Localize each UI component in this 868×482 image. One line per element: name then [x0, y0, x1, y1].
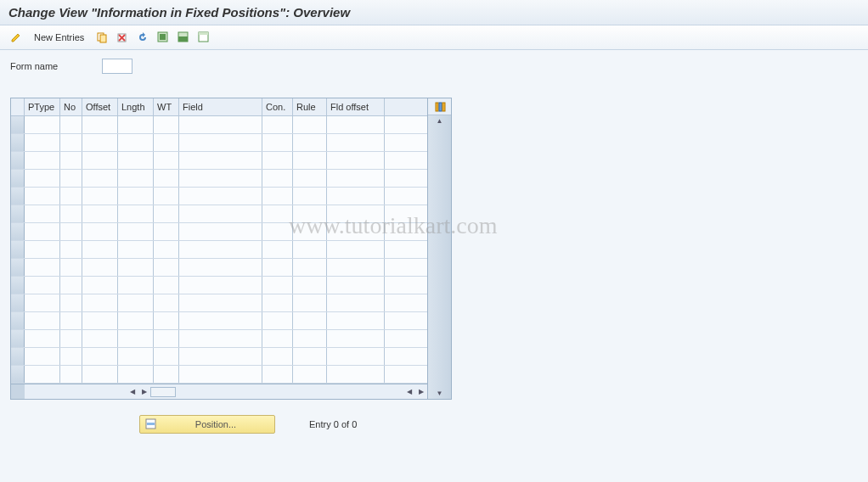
table-row[interactable] [11, 259, 427, 277]
row-selector[interactable] [11, 366, 25, 383]
cell[interactable] [25, 277, 60, 294]
col-field[interactable]: Field [179, 98, 262, 115]
cell[interactable] [60, 170, 82, 187]
row-selector[interactable] [11, 330, 25, 347]
col-wt[interactable]: WT [154, 98, 179, 115]
row-selector[interactable] [11, 223, 25, 240]
cell[interactable] [262, 205, 293, 222]
cell[interactable] [25, 116, 60, 133]
cell[interactable] [327, 348, 385, 365]
cell[interactable] [82, 205, 118, 222]
cell[interactable] [154, 188, 179, 205]
cell[interactable] [25, 259, 60, 276]
cell[interactable] [327, 170, 385, 187]
new-entries-button[interactable]: New Entries [29, 32, 89, 42]
cell[interactable] [60, 152, 82, 169]
cell[interactable] [293, 330, 327, 347]
cell[interactable] [293, 366, 327, 383]
cell[interactable] [154, 259, 179, 276]
cell[interactable] [25, 294, 60, 311]
cell[interactable] [179, 134, 262, 151]
cell[interactable] [118, 188, 154, 205]
cell[interactable] [179, 188, 262, 205]
cell[interactable] [262, 188, 293, 205]
cell[interactable] [25, 348, 60, 365]
cell[interactable] [154, 348, 179, 365]
cell[interactable] [154, 223, 179, 240]
cell[interactable] [179, 366, 262, 383]
cell[interactable] [60, 312, 82, 329]
cell[interactable] [25, 241, 60, 258]
cell[interactable] [82, 348, 118, 365]
vertical-scrollbar[interactable]: ▲ ▼ [428, 115, 451, 399]
cell[interactable] [154, 152, 179, 169]
cell[interactable] [60, 259, 82, 276]
scroll-left-end-icon[interactable]: ◀ [403, 388, 415, 395]
row-selector[interactable] [11, 259, 25, 276]
cell[interactable] [179, 312, 262, 329]
cell[interactable] [118, 312, 154, 329]
cell[interactable] [179, 277, 262, 294]
cell[interactable] [60, 188, 82, 205]
cell[interactable] [25, 366, 60, 383]
cell[interactable] [293, 259, 327, 276]
col-ptype[interactable]: PType [25, 98, 60, 115]
select-block-icon[interactable] [176, 30, 191, 45]
table-row[interactable] [11, 312, 427, 330]
cell[interactable] [262, 116, 293, 133]
cell[interactable] [25, 330, 60, 347]
cell[interactable] [60, 223, 82, 240]
row-selector[interactable] [11, 277, 25, 294]
cell[interactable] [154, 294, 179, 311]
col-length[interactable]: Lngth [118, 98, 154, 115]
col-offset[interactable]: Offset [82, 98, 118, 115]
cell[interactable] [327, 223, 385, 240]
table-row[interactable] [11, 205, 427, 223]
cell[interactable] [60, 294, 82, 311]
row-selector[interactable] [11, 294, 25, 311]
copy-icon[interactable] [94, 30, 110, 45]
row-selector[interactable] [11, 134, 25, 151]
cell[interactable] [60, 366, 82, 383]
scroll-down-icon[interactable]: ▼ [437, 390, 443, 397]
delete-icon[interactable] [115, 30, 130, 45]
table-row[interactable] [11, 170, 427, 188]
cell[interactable] [293, 205, 327, 222]
cell[interactable] [25, 134, 60, 151]
cell[interactable] [25, 312, 60, 329]
col-rule[interactable]: Rule [293, 98, 327, 115]
cell[interactable] [262, 330, 293, 347]
cell[interactable] [60, 116, 82, 133]
cell[interactable] [179, 294, 262, 311]
cell[interactable] [82, 277, 118, 294]
table-row[interactable] [11, 116, 427, 134]
scroll-up-icon[interactable]: ▲ [437, 117, 443, 125]
cell[interactable] [327, 259, 385, 276]
cell[interactable] [118, 116, 154, 133]
cell[interactable] [82, 134, 118, 151]
cell[interactable] [118, 223, 154, 240]
table-row[interactable] [11, 152, 427, 170]
row-selector[interactable] [11, 205, 25, 222]
cell[interactable] [179, 116, 262, 133]
col-fldoffset[interactable]: Fld offset [327, 98, 385, 115]
cell[interactable] [327, 277, 385, 294]
row-selector[interactable] [11, 348, 25, 365]
cell[interactable] [118, 241, 154, 258]
cell[interactable] [60, 134, 82, 151]
table-config-icon[interactable] [428, 98, 451, 115]
cell[interactable] [179, 330, 262, 347]
cell[interactable] [293, 134, 327, 151]
cell[interactable] [82, 330, 118, 347]
cell[interactable] [262, 348, 293, 365]
cell[interactable] [154, 330, 179, 347]
cell[interactable] [154, 312, 179, 329]
cell[interactable] [118, 259, 154, 276]
cell[interactable] [60, 205, 82, 222]
cell[interactable] [25, 170, 60, 187]
cell[interactable] [60, 348, 82, 365]
cell[interactable] [327, 366, 385, 383]
cell[interactable] [118, 294, 154, 311]
cell[interactable] [293, 312, 327, 329]
row-selector-header[interactable] [11, 98, 25, 115]
